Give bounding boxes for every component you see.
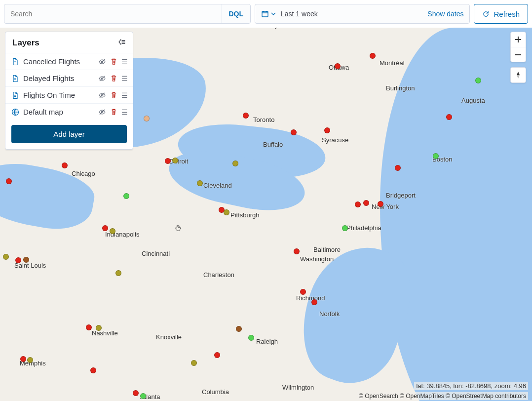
top-bar: DQL Last 1 week Show dates Refresh	[4, 4, 528, 24]
layers-panel-title: Layers	[12, 38, 39, 48]
delete-layer-icon[interactable]	[110, 91, 117, 99]
flight-marker[interactable]	[342, 225, 348, 231]
flight-marker[interactable]	[311, 299, 317, 305]
flight-marker[interactable]	[23, 257, 29, 263]
compass-button[interactable]	[511, 68, 526, 82]
flight-marker[interactable]	[15, 257, 21, 263]
dql-button[interactable]: DQL	[221, 4, 250, 23]
flight-marker[interactable]	[140, 393, 146, 399]
flight-marker[interactable]	[294, 248, 300, 254]
flight-marker[interactable]	[96, 325, 102, 331]
show-dates-link[interactable]: Show dates	[427, 10, 463, 18]
chevron-down-icon	[271, 11, 276, 16]
flight-marker[interactable]	[102, 225, 108, 231]
flight-marker[interactable]	[165, 158, 171, 164]
search-group: DQL	[4, 4, 251, 24]
document-icon	[11, 91, 19, 99]
flight-marker[interactable]	[355, 201, 361, 207]
app-root: DQL Last 1 week Show dates Refresh Sault…	[0, 0, 532, 401]
flight-marker[interactable]	[300, 289, 306, 295]
city-label: Knoxville	[156, 333, 182, 341]
flight-marker[interactable]	[3, 254, 9, 260]
visibility-toggle-icon[interactable]	[98, 108, 106, 116]
flight-marker[interactable]	[236, 326, 242, 332]
layer-name[interactable]: Flights On Time	[23, 91, 94, 99]
map-controls	[510, 32, 526, 88]
layer-actions: ☰	[98, 91, 127, 99]
flight-marker[interactable]	[133, 390, 139, 396]
flight-marker[interactable]	[291, 129, 297, 135]
layer-row: Default map☰	[5, 103, 133, 120]
map-coordinates: lat: 39.8845, lon: -82.8698, zoom: 4.96	[414, 382, 528, 390]
flight-marker[interactable]	[172, 158, 178, 163]
layers-panel-header: Layers	[5, 32, 133, 53]
drag-handle-icon[interactable]: ☰	[121, 58, 127, 66]
layer-row: Cancelled Flights☰	[5, 53, 133, 70]
layer-row: Flights On Time☰	[5, 86, 133, 103]
city-label: Toronto	[253, 116, 274, 123]
flight-marker[interactable]	[20, 356, 26, 362]
flight-marker[interactable]	[363, 200, 369, 206]
flight-marker[interactable]	[433, 153, 439, 159]
zoom-out-button[interactable]	[511, 47, 526, 62]
flight-marker[interactable]	[335, 63, 341, 69]
visibility-toggle-icon[interactable]	[98, 91, 106, 99]
flight-marker[interactable]	[62, 162, 68, 168]
visibility-toggle-icon[interactable]	[98, 75, 106, 82]
flight-marker[interactable]	[378, 201, 383, 207]
date-range-picker[interactable]: Last 1 week Show dates	[255, 4, 470, 24]
add-layer-button[interactable]: Add layer	[11, 125, 127, 143]
flight-marker[interactable]	[224, 209, 229, 215]
delete-layer-icon[interactable]	[110, 58, 117, 65]
drag-handle-icon[interactable]: ☰	[121, 108, 127, 116]
layer-actions: ☰	[98, 75, 127, 82]
refresh-icon	[482, 10, 490, 18]
flight-marker[interactable]	[86, 324, 92, 330]
city-label: Montréal	[380, 59, 405, 67]
city-label: Philadelphia	[346, 224, 381, 232]
refresh-label: Refresh	[494, 10, 520, 18]
flight-marker[interactable]	[115, 270, 121, 276]
flight-marker[interactable]	[197, 180, 203, 186]
layer-name[interactable]: Delayed Flights	[23, 74, 94, 82]
flight-marker[interactable]	[6, 178, 12, 184]
city-label: Cincinnati	[142, 250, 170, 257]
calendar-icon	[261, 10, 276, 18]
map-cursor-icon	[175, 224, 182, 231]
layer-name[interactable]: Cancelled Flights	[23, 57, 94, 66]
city-label: Washington	[300, 255, 334, 263]
zoom-in-button[interactable]	[511, 32, 526, 47]
flight-marker[interactable]	[248, 335, 254, 341]
flight-marker[interactable]	[110, 228, 115, 234]
flight-marker[interactable]	[446, 114, 452, 120]
city-label: Nashville	[92, 329, 118, 337]
layers-panel: Layers Cancelled Flights☰Delayed Flights…	[5, 32, 133, 150]
collapse-panel-button[interactable]	[118, 38, 126, 48]
search-input[interactable]	[4, 4, 221, 23]
flight-marker[interactable]	[90, 367, 96, 373]
flight-marker[interactable]	[243, 113, 249, 119]
city-label: Baltimore	[313, 246, 341, 253]
visibility-toggle-icon[interactable]	[98, 58, 106, 66]
drag-handle-icon[interactable]: ☰	[121, 75, 127, 82]
flight-marker[interactable]	[232, 160, 238, 166]
city-label: North Bay	[250, 28, 278, 29]
refresh-button[interactable]: Refresh	[474, 4, 528, 24]
city-label: Charleston	[203, 271, 234, 279]
flight-marker[interactable]	[123, 193, 129, 199]
delete-layer-icon[interactable]	[110, 108, 117, 116]
flight-marker[interactable]	[144, 116, 150, 121]
flight-marker[interactable]	[214, 352, 220, 358]
flight-marker[interactable]	[475, 78, 481, 83]
delete-layer-icon[interactable]	[110, 75, 117, 82]
city-label: Wilmington	[282, 384, 314, 391]
flight-marker[interactable]	[324, 127, 330, 133]
flight-marker[interactable]	[27, 357, 33, 363]
layer-actions: ☰	[98, 108, 127, 116]
flight-marker[interactable]	[191, 360, 197, 366]
flight-marker[interactable]	[395, 165, 401, 171]
layer-name[interactable]: Default map	[23, 108, 94, 116]
lake-michigan	[0, 156, 98, 236]
flight-marker[interactable]	[370, 53, 376, 59]
drag-handle-icon[interactable]: ☰	[121, 91, 127, 99]
